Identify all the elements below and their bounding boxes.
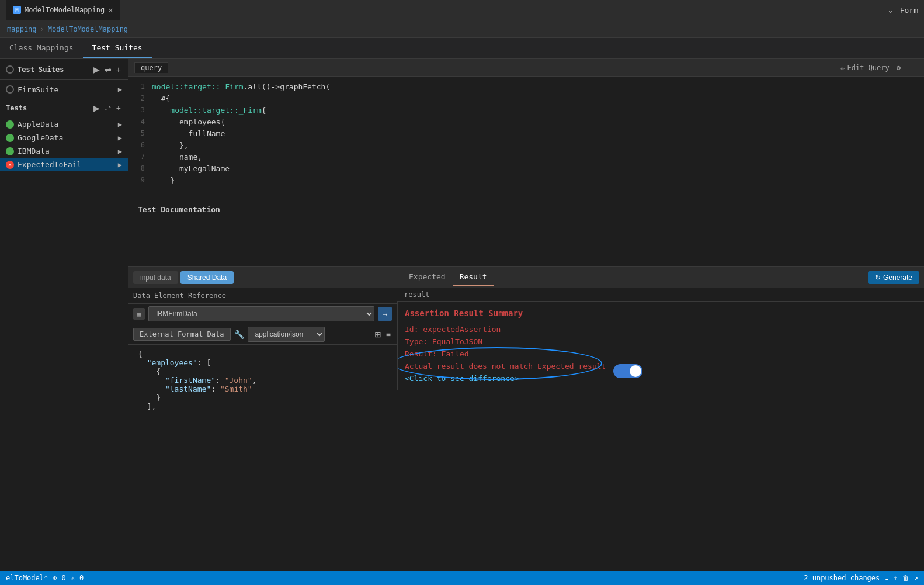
breadcrumb-model[interactable]: ModelToModelMapping [48, 25, 128, 33]
edit-query-area[interactable]: ✏ Edit Query ⚙ [840, 64, 901, 72]
format-row: External Format Data 🔧 application/json … [128, 324, 397, 345]
code-line-9: 9 } [128, 176, 924, 188]
input-data-tab[interactable]: input data [133, 271, 178, 284]
cloud-icon: ☁ [884, 574, 888, 582]
wrench-icon[interactable]: 🔧 [234, 330, 244, 339]
result-tabs: Expected Result [402, 269, 494, 286]
run-suite-button[interactable]: ▶ [92, 64, 101, 75]
apple-arrow: ▶ [118, 120, 122, 129]
lower-section: Test Documentation input data Shared Dat… [128, 199, 924, 571]
status-error-count: 0 [61, 574, 65, 582]
breadcrumb: mapping › ModelToModelMapping [0, 20, 924, 38]
expected-tab[interactable]: Expected [402, 269, 453, 286]
code-line-3: 3 model::target::_Firm{ [128, 106, 924, 117]
firm-suite-item[interactable]: FirmSuite ▶ [0, 80, 128, 99]
tests-section: Tests ▶ ⇌ + AppleData ▶ GoogleData ▶ [0, 99, 128, 571]
tab-label: ModelToModelMapping [25, 6, 105, 14]
upload-icon: ↑ [894, 574, 898, 582]
ibm-data-item[interactable]: IBMData ▶ [0, 144, 128, 158]
query-tab-label: query [141, 64, 162, 72]
json-line-4: "firstName": "John", [138, 376, 387, 385]
test-doc-content [128, 220, 924, 267]
format-action-btn-2[interactable]: ≡ [385, 328, 392, 340]
firm-suite-label: FirmSuite [18, 85, 58, 94]
title-bar: M ModelToModelMapping ✕ ⌄ Form [0, 0, 924, 20]
breadcrumb-mapping[interactable]: mapping [7, 25, 37, 33]
format-action-btn-1[interactable]: ⊞ [373, 328, 383, 340]
ibm-arrow: ▶ [118, 147, 122, 155]
json-line-5: "lastName": "Smith" [138, 385, 387, 393]
result-side: Expected Result ↻ Generate [397, 267, 924, 571]
run-tests-button[interactable]: ▶ [92, 102, 101, 114]
trash-icon[interactable]: 🗑 [902, 574, 909, 582]
dropdown-button[interactable]: ⌄ [887, 5, 894, 15]
ibm-data-label: IBMData [18, 147, 50, 155]
share-icon: ↗ [914, 574, 918, 582]
shared-data-tab[interactable]: Shared Data [180, 271, 234, 284]
add-suite-button[interactable]: + [115, 64, 122, 75]
assertion-actual: Actual result does not match Expected re… [405, 362, 647, 371]
click-link-row: <Click to see difference> [405, 374, 647, 383]
status-right: 2 unpushed changes ☁ ↑ 🗑 ↗ [804, 574, 918, 582]
result-label: result [404, 290, 429, 299]
assertion-title: Assertion Result Summary [405, 309, 647, 318]
apple-data-label: AppleData [18, 120, 58, 129]
generate-button[interactable]: ↻ Generate [868, 271, 919, 284]
status-bar: elToModel* ⊗ 0 ⚠ 0 2 unpushed changes ☁ … [0, 571, 924, 585]
add-test-button[interactable]: + [115, 102, 122, 114]
json-line-7: ], [138, 402, 387, 411]
click-to-see-difference-link[interactable]: <Click to see difference> [405, 374, 519, 383]
data-element-ref-label: Data Element Reference [133, 292, 226, 300]
select-row: ▦ IBMFirmData → [128, 304, 397, 324]
tab-class-mappings[interactable]: Class Mappings [0, 38, 83, 58]
status-warning-icon: ⚠ [71, 574, 75, 582]
tab-close-icon[interactable]: ✕ [108, 5, 113, 15]
json-line-3: { [138, 367, 387, 376]
test-suites-header: Test Suites ▶ ⇌ + [0, 59, 128, 80]
apple-data-item[interactable]: AppleData ▶ [0, 117, 128, 131]
json-line-6: } [138, 393, 387, 402]
ibm-status-icon [6, 147, 14, 155]
assertion-result: Result: Failed [405, 349, 647, 358]
expected-fail-status-icon: ✕ [6, 161, 14, 169]
toggle-button[interactable] [613, 364, 642, 378]
json-line-1: { [138, 349, 387, 358]
format-actions: ⊞ ≡ [373, 328, 392, 340]
code-line-6: 6 }, [128, 141, 924, 153]
apple-status-icon [6, 120, 14, 129]
result-tab[interactable]: Result [453, 269, 494, 286]
data-element-select[interactable]: IBMFirmData [148, 306, 374, 321]
result-tabs-bar: Expected Result ↻ Generate [397, 267, 924, 288]
expected-to-fail-label: ExpectedToFail [18, 160, 82, 169]
suite-status-icon [6, 65, 14, 74]
query-tab[interactable]: query [134, 62, 168, 73]
left-column: Test Suites ▶ ⇌ + FirmSuite ▶ Tests ▶ ⇌ … [0, 59, 128, 571]
run-tests-alt-button[interactable]: ⇌ [103, 102, 113, 114]
input-side: input data Shared Data Data Element Refe… [128, 267, 397, 571]
tests-header: Tests ▶ ⇌ + [0, 99, 128, 117]
run-suite-alt-button[interactable]: ⇌ [103, 64, 113, 75]
code-line-8: 8 myLegalName [128, 164, 924, 176]
status-module-label: elToModel* [6, 574, 48, 582]
tests-label: Tests [6, 104, 27, 112]
input-tabs-bar: input data Shared Data [128, 267, 397, 288]
tab-test-suites[interactable]: Test Suites [83, 38, 152, 58]
code-section: query ✏ Edit Query ⚙ 1 model::target::_F… [128, 59, 924, 199]
google-data-item[interactable]: GoogleData ▶ [0, 131, 128, 144]
title-bar-right: ⌄ Form [887, 5, 918, 15]
expected-to-fail-item[interactable]: ✕ ExpectedToFail ▶ [0, 158, 128, 171]
code-line-7: 7 name, [128, 153, 924, 164]
navigate-arrow-button[interactable]: → [378, 307, 392, 321]
format-select[interactable]: application/json [248, 327, 325, 342]
form-title: Form [900, 6, 918, 15]
google-data-label: GoogleData [18, 133, 63, 142]
main-tab[interactable]: M ModelToModelMapping ✕ [6, 0, 120, 20]
toggle-knob [630, 365, 641, 377]
edit-pencil-icon: ✏ [840, 64, 845, 72]
data-element-reference-row: Data Element Reference [128, 288, 397, 304]
query-tab-bar: query ✏ Edit Query ⚙ [128, 59, 924, 77]
json-line-2: "employees": [ [138, 358, 387, 367]
header-actions: ▶ ⇌ + [92, 64, 122, 75]
code-area[interactable]: 1 model::target::_Firm.all()->graphFetch… [128, 77, 924, 193]
test-doc-label: Test Documentation [138, 205, 220, 214]
